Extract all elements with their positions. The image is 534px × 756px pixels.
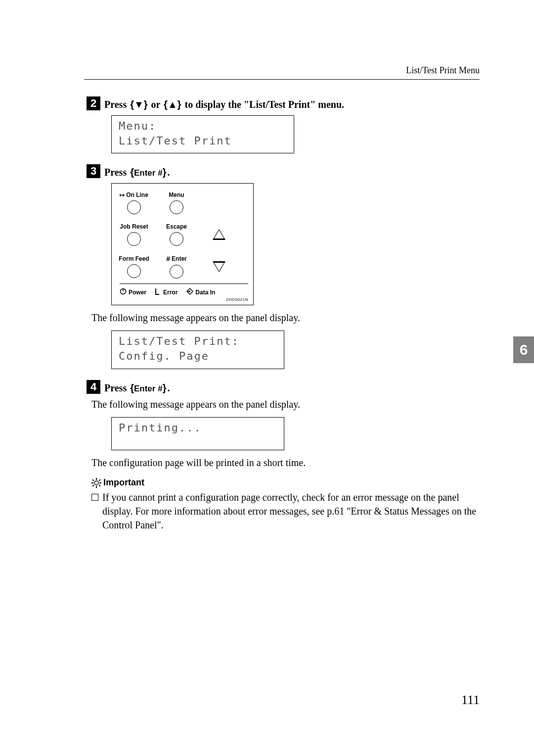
lcd-display-printing: Printing... <box>111 417 284 451</box>
enter-key-2: {Enter #} <box>130 382 166 394</box>
page-number: 111 <box>461 693 480 708</box>
lcd-line1: List/Test Print: <box>119 334 277 349</box>
step-number-4: 4 <box>87 380 100 394</box>
power-label: Power <box>129 289 146 296</box>
lcd-display-menu: Menu: List/Test Print <box>111 115 294 153</box>
menu-label: Menu <box>169 191 184 198</box>
svg-rect-13 <box>92 484 94 486</box>
step2-mid: or <box>151 99 161 110</box>
formfeed-button <box>127 264 141 278</box>
lcd-line1: Menu: <box>119 119 287 134</box>
step-number-3: 3 <box>87 164 100 178</box>
enter-button <box>170 265 183 279</box>
enter-label: Enter <box>172 255 187 262</box>
online-arrow-icon: ↦ <box>120 191 125 198</box>
header-rule <box>84 79 480 80</box>
important-heading: Important <box>91 477 480 488</box>
hash-icon: # <box>166 255 170 263</box>
important-label: Important <box>103 477 144 488</box>
step4-after-lcd-text: The configuration page will be printed i… <box>91 457 480 469</box>
online-label: On Line <box>126 191 148 198</box>
down-key-icon: {▼} <box>130 99 147 110</box>
power-icon <box>120 288 127 296</box>
step-2-text: Press {▼} or {▲} to display the "List/Te… <box>104 99 344 110</box>
escape-button <box>170 232 183 246</box>
down-button-icon <box>213 261 225 272</box>
bullet-box-icon <box>91 494 98 501</box>
chapter-tab: 6 <box>513 336 534 363</box>
step-2: 2 Press {▼} or {▲} to display the "List/… <box>87 96 480 153</box>
control-panel-diagram: ↦On Line Menu Job Reset Escape <box>111 183 254 305</box>
lcd-display-listtest: List/Test Print: Config. Page <box>111 331 284 369</box>
enter-key: {Enter #} <box>130 167 166 178</box>
up-button-icon <box>213 229 225 240</box>
step-3-text: Press {Enter #}. <box>104 167 170 178</box>
svg-rect-7 <box>96 486 97 488</box>
svg-rect-10 <box>92 479 94 481</box>
enter-key-label-2: Enter # <box>134 384 163 393</box>
step-3: 3 Press {Enter #}. ↦On Line Menu <box>87 164 480 369</box>
svg-rect-8 <box>91 482 93 483</box>
panel-ref-code: ZDDS021N <box>120 297 248 302</box>
formfeed-label: Form Feed <box>119 255 149 262</box>
step4-pre: Press <box>104 382 127 393</box>
step-number-2: 2 <box>87 96 100 110</box>
online-button <box>127 200 141 214</box>
lcd-line2: Config. Page <box>119 349 277 364</box>
step3-post: . <box>167 167 170 178</box>
important-gear-icon <box>91 478 101 488</box>
escape-label: Escape <box>166 223 187 230</box>
important-text: If you cannot print a configuration page… <box>102 491 480 532</box>
enter-key-label: Enter # <box>134 168 163 178</box>
step3-pre: Press <box>104 167 127 178</box>
svg-rect-12 <box>98 479 100 481</box>
datain-icon <box>186 288 193 296</box>
step4-after-text: The following message appears on the pan… <box>91 399 480 410</box>
jobreset-button <box>127 232 141 246</box>
header-section: List/Test Print Menu <box>406 65 480 76</box>
menu-button <box>170 200 183 214</box>
svg-point-5 <box>94 481 98 485</box>
error-icon <box>155 288 161 296</box>
svg-rect-6 <box>96 478 97 480</box>
step-4: 4 Press {Enter #}. The following message… <box>87 380 480 532</box>
step4-post: . <box>167 382 170 393</box>
datain-label: Data In <box>195 289 215 296</box>
lcd-line1: Printing... <box>119 421 277 435</box>
step3-after-panel-text: The following message appears on the pan… <box>91 312 480 324</box>
svg-rect-9 <box>99 482 101 483</box>
svg-marker-4 <box>189 290 191 292</box>
step-4-text: Press {Enter #}. <box>104 382 170 394</box>
up-key-icon: {▲} <box>164 99 181 110</box>
important-bullet: If you cannot print a configuration page… <box>91 491 480 532</box>
svg-rect-11 <box>98 484 100 486</box>
error-label: Error <box>163 289 178 296</box>
step2-post: to display the "List/Test Print" menu. <box>184 99 344 110</box>
lcd-line2: List/Test Print <box>119 134 287 148</box>
step2-pre: Press <box>104 99 127 110</box>
jobreset-label: Job Reset <box>120 223 148 230</box>
